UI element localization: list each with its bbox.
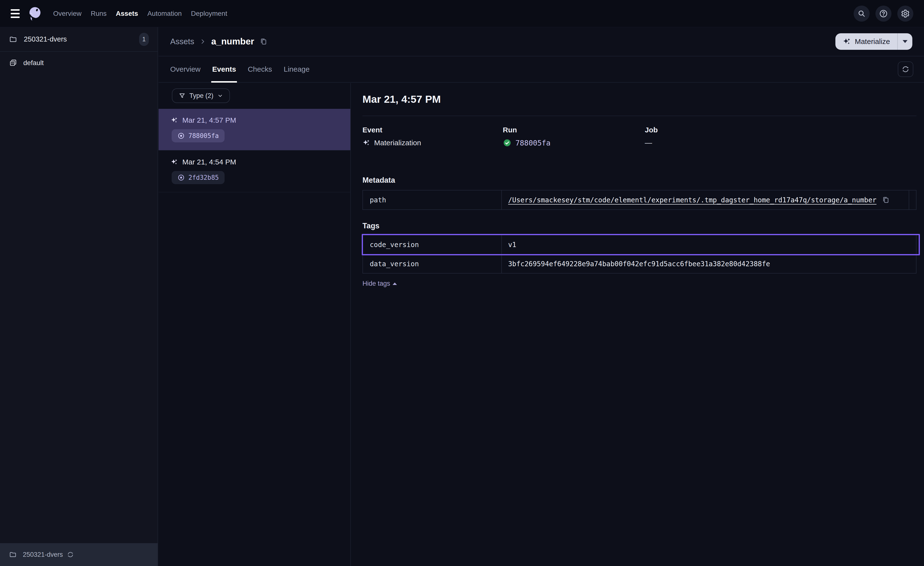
materialize-split-button: Materialize: [836, 33, 912, 50]
event-timestamp: Mar 21, 4:54 PM: [182, 158, 236, 166]
type-filter-button[interactable]: Type (2): [172, 89, 230, 103]
asset-tabs: Overview Events Checks Lineage: [159, 56, 924, 83]
run-id-pill[interactable]: 2fd32b85: [172, 171, 225, 184]
event-list-item[interactable]: Mar 21, 4:54 PM 2fd32b85: [159, 151, 350, 193]
caret-down-icon: [903, 40, 908, 43]
hide-tags-link[interactable]: Hide tags: [363, 280, 397, 288]
tag-row-code-version: code_version v1: [363, 235, 916, 254]
sidebar-group-250321-dvers[interactable]: 250321-dvers 1: [0, 27, 158, 52]
materialize-sparkle-icon: [843, 38, 851, 46]
nav-overview[interactable]: Overview: [53, 10, 82, 18]
refresh-icon: [902, 65, 910, 73]
gear-icon: [901, 9, 910, 18]
search-icon: [857, 9, 866, 18]
folder-icon: [9, 35, 17, 43]
metadata-table: path /Users/smackesey/stm/code/elementl/…: [363, 190, 916, 210]
tab-overview[interactable]: Overview: [170, 56, 201, 82]
run-circle-dot-icon: [177, 132, 185, 139]
tags-heading: Tags: [363, 221, 916, 230]
sidebar-item-default[interactable]: default: [0, 52, 158, 74]
tab-events[interactable]: Events: [212, 56, 236, 82]
help-button[interactable]: [876, 6, 891, 22]
job-column-header: Job: [645, 126, 916, 134]
job-value: —: [645, 139, 652, 147]
run-circle-dot-icon: [177, 174, 185, 181]
run-id-pill[interactable]: 788005fa: [172, 129, 225, 142]
materialize-button-label: Materialize: [855, 38, 890, 46]
type-filter-label: Type (2): [189, 92, 213, 99]
tag-key: data_version: [363, 254, 502, 273]
sidebar-footer: 250321-dvers: [0, 543, 158, 566]
hamburger-menu-icon[interactable]: [10, 9, 20, 18]
event-type-value: Materialization: [374, 139, 421, 147]
top-nav: Overview Runs Assets Automation Deployme…: [0, 0, 924, 27]
metadata-key: path: [363, 190, 502, 209]
run-column-header: Run: [503, 126, 645, 134]
run-id-label: 2fd32b85: [188, 174, 219, 181]
event-detail-panel: Mar 21, 4:57 PM Event Run Job Materializ…: [351, 83, 924, 566]
reload-location-icon[interactable]: [67, 551, 74, 558]
event-list-panel: Type (2) Mar 21, 4:57 PM: [159, 83, 351, 566]
copy-asset-name-icon[interactable]: [260, 38, 267, 45]
nav-deployment[interactable]: Deployment: [191, 10, 227, 18]
sidebar-item-label: default: [23, 59, 44, 67]
main-content: Assets a_number Materialize: [159, 27, 924, 566]
metadata-path-link[interactable]: /Users/smackesey/stm/code/elementl/exper…: [508, 196, 876, 204]
settings-button[interactable]: [897, 6, 914, 22]
hide-tags-label: Hide tags: [363, 280, 390, 288]
tab-checks[interactable]: Checks: [248, 56, 272, 82]
nav-runs[interactable]: Runs: [91, 10, 106, 18]
folder-icon: [9, 551, 16, 558]
copy-path-icon[interactable]: [882, 196, 890, 204]
asset-sidebar: 250321-dvers 1 default 250321-dvers: [0, 27, 158, 566]
divider: [363, 116, 916, 116]
event-list-item[interactable]: Mar 21, 4:57 PM 788005fa: [159, 109, 350, 151]
materialization-sparkle-icon: [171, 158, 178, 166]
dagster-logo-icon[interactable]: [27, 6, 43, 22]
metadata-heading: Metadata: [363, 176, 916, 185]
materialization-sparkle-icon: [363, 139, 370, 147]
search-button[interactable]: [854, 6, 870, 22]
materialize-dropdown-button[interactable]: [898, 33, 912, 50]
nav-automation[interactable]: Automation: [147, 10, 182, 18]
run-id-link[interactable]: 788005fa: [515, 139, 550, 147]
nav-assets[interactable]: Assets: [116, 10, 138, 18]
table-end-cell: [909, 190, 916, 209]
chevron-down-icon: [217, 93, 223, 99]
breadcrumb-assets-link[interactable]: Assets: [170, 37, 194, 46]
filter-funnel-icon: [178, 92, 186, 99]
event-column-header: Event: [363, 126, 503, 134]
group-count-badge: 1: [139, 33, 149, 46]
asset-group-icon: [9, 59, 17, 67]
primary-nav: Overview Runs Assets Automation Deployme…: [53, 10, 227, 18]
run-success-icon: [503, 138, 512, 147]
tag-value: 3bfc269594ef649228e9a74bab00f042efc91d5a…: [502, 254, 916, 273]
breadcrumb: Assets a_number Materialize: [159, 27, 924, 56]
tags-table: code_version v1 data_version 3bfc269594e…: [363, 235, 916, 274]
tag-key: code_version: [363, 235, 502, 254]
materialize-button[interactable]: Materialize: [836, 38, 897, 46]
help-icon: [879, 9, 888, 18]
sidebar-group-label: 250321-dvers: [24, 35, 67, 43]
materialization-sparkle-icon: [171, 117, 178, 124]
tab-lineage[interactable]: Lineage: [284, 56, 309, 82]
chevron-right-icon: [200, 38, 206, 45]
event-timestamp: Mar 21, 4:57 PM: [182, 116, 236, 124]
refresh-button[interactable]: [898, 62, 914, 77]
caret-up-icon: [393, 283, 397, 285]
tag-value: v1: [502, 235, 916, 254]
tag-row-data-version: data_version 3bfc269594ef649228e9a74bab0…: [363, 254, 916, 273]
footer-code-location-label: 250321-dvers: [23, 551, 63, 558]
event-detail-title: Mar 21, 4:57 PM: [363, 93, 916, 105]
run-id-label: 788005fa: [188, 132, 219, 139]
asset-name-title: a_number: [211, 36, 254, 47]
